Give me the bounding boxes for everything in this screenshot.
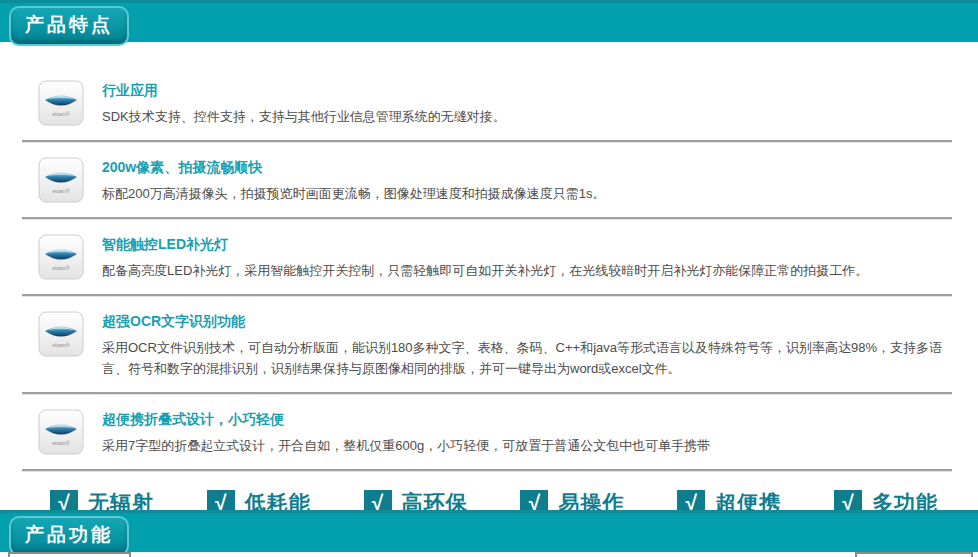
feature-row: eloam® 智能触控LED补光灯 配备高亮度LED补光灯，采用智能触控开关控制…: [0, 220, 978, 294]
features-section-tab[interactable]: 产品特点: [9, 6, 129, 46]
eloam-logo-icon: eloam®: [38, 409, 84, 455]
feature-title: 200w像素、拍摄流畅顺快: [102, 159, 952, 177]
feature-row: eloam® 超强OCR文字识别功能 采用OCR文件识别技术，可自动分析版面，能…: [0, 297, 978, 392]
bottom-left-cutoff-box: [8, 552, 131, 557]
functions-section-bar: 产品功能: [0, 510, 978, 552]
eloam-brand-text: eloam®: [52, 111, 70, 117]
feature-text: 行业应用 SDK技术支持、控件支持，支持与其他行业信息管理系统的无缝对接。: [102, 80, 952, 127]
feature-text: 200w像素、拍摄流畅顺快 标配200万高清摄像头，拍摄预览时画面更流畅，图像处…: [102, 157, 952, 204]
feature-row: eloam® 200w像素、拍摄流畅顺快 标配200万高清摄像头，拍摄预览时画面…: [0, 143, 978, 217]
feature-text: 超便携折叠式设计，小巧轻便 采用7字型的折叠起立式设计，开合自如，整机仅重600…: [102, 409, 952, 456]
eloam-brand-text: eloam®: [52, 440, 70, 446]
features-section-bar: 产品特点: [0, 0, 978, 42]
feature-title: 智能触控LED补光灯: [102, 236, 952, 254]
feature-description: 采用7字型的折叠起立式设计，开合自如，整机仅重600g，小巧轻便，可放置于普通公…: [102, 435, 952, 456]
product-page: 产品特点 eloam® 行业应用 SD: [0, 0, 978, 557]
feature-text: 超强OCR文字识别功能 采用OCR文件识别技术，可自动分析版面，能识别180多种…: [102, 311, 952, 379]
feature-description: 配备高亮度LED补光灯，采用智能触控开关控制，只需轻触即可自如开关补光灯，在光线…: [102, 260, 952, 281]
feature-row: eloam® 行业应用 SDK技术支持、控件支持，支持与其他行业信息管理系统的无…: [0, 52, 978, 140]
functions-section-tab[interactable]: 产品功能: [9, 516, 129, 556]
eloam-brand-text: eloam®: [52, 188, 70, 194]
eloam-logo-icon: eloam®: [38, 234, 84, 280]
feature-title: 超便携折叠式设计，小巧轻便: [102, 411, 952, 429]
eloam-logo-icon: eloam®: [38, 80, 84, 126]
feature-description: 标配200万高清摄像头，拍摄预览时画面更流畅，图像处理速度和拍摄成像速度只需1s…: [102, 183, 952, 204]
eloam-logo-icon: eloam®: [38, 311, 84, 357]
eloam-brand-text: eloam®: [52, 265, 70, 271]
feature-text: 智能触控LED补光灯 配备高亮度LED补光灯，采用智能触控开关控制，只需轻触即可…: [102, 234, 952, 281]
feature-list: eloam® 行业应用 SDK技术支持、控件支持，支持与其他行业信息管理系统的无…: [0, 42, 978, 517]
bottom-right-cutoff-box: [855, 552, 973, 557]
feature-title: 超强OCR文字识别功能: [102, 313, 952, 331]
feature-description: 采用OCR文件识别技术，可自动分析版面，能识别180多种文字、表格、条码、C++…: [102, 337, 952, 379]
feature-title: 行业应用: [102, 82, 952, 100]
feature-description: SDK技术支持、控件支持，支持与其他行业信息管理系统的无缝对接。: [102, 106, 952, 127]
feature-row: eloam® 超便携折叠式设计，小巧轻便 采用7字型的折叠起立式设计，开合自如，…: [0, 395, 978, 469]
eloam-brand-text: eloam®: [52, 342, 70, 348]
eloam-logo-icon: eloam®: [38, 157, 84, 203]
